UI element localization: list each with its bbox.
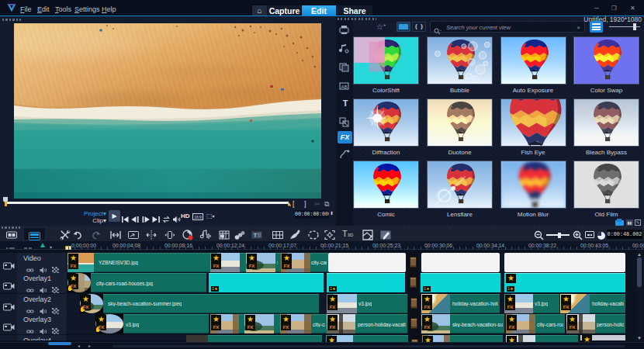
svg-text:AB: AB — [341, 85, 348, 89]
svg-text:T: T — [254, 232, 258, 239]
